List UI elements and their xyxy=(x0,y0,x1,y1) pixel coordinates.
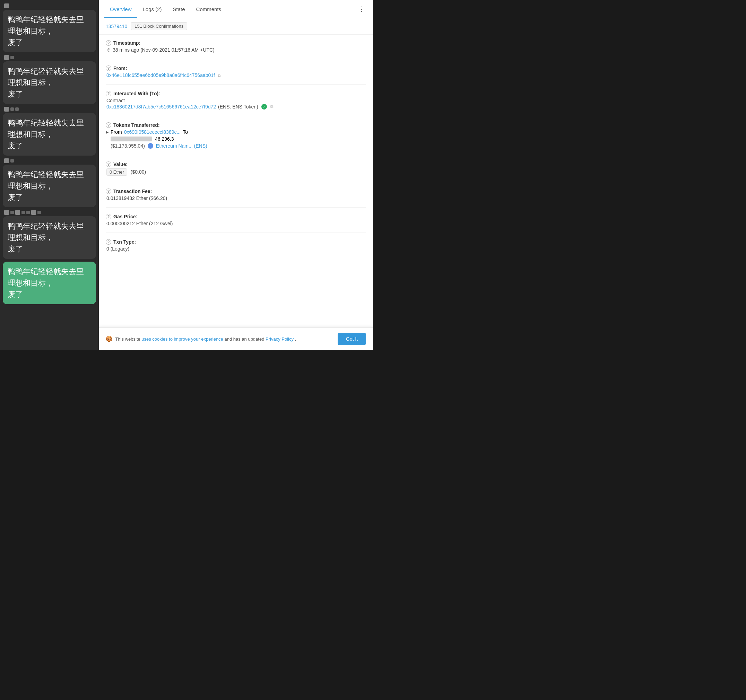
timestamp-help-icon[interactable]: ? xyxy=(106,40,111,46)
tab-bar: Overview Logs (2) State Comments ⋮ xyxy=(99,0,373,18)
contract-row: 0xc18360217d8f7ab5e7c516566761ea12ce7f9d… xyxy=(107,104,366,110)
field-gas-price: ? Gas Price: 0.000000212 Ether (212 Gwei… xyxy=(106,214,366,226)
block-bar: 13579410 151 Block Confirmations xyxy=(99,18,373,35)
meta-dot-4 xyxy=(11,159,14,162)
interacted-with-label: ? Interacted With (To): xyxy=(106,91,366,96)
tab-comments[interactable]: Comments xyxy=(191,0,227,18)
timestamp-label: ? Timestamp: xyxy=(106,40,366,46)
meta-dot-2 xyxy=(11,56,14,59)
tab-overview[interactable]: Overview xyxy=(104,0,137,18)
transaction-detail-panel: Overview Logs (2) State Comments ⋮ 13579… xyxy=(99,0,373,350)
avatar-5a xyxy=(4,210,9,215)
token-name-link[interactable]: Ethereum Nam... (ENS) xyxy=(156,143,207,149)
meta-dot-5d xyxy=(38,211,41,214)
chat-meta-1 xyxy=(3,3,96,8)
avatar-1 xyxy=(4,3,9,8)
token-amount: 46,296.3 xyxy=(155,136,174,142)
divider-4 xyxy=(106,155,366,155)
chat-message-2: 鸭鸭年纪轻轻就失去里理想和目标， 废了 xyxy=(3,55,96,104)
got-it-button[interactable]: Got It xyxy=(338,333,366,345)
clock-icon: ⏱ xyxy=(107,48,111,53)
cookie-banner: 🍪 This website uses cookies to improve y… xyxy=(99,327,373,350)
chat-meta-4 xyxy=(3,158,96,163)
field-value: ? Value: 0 Ether ($0.00) xyxy=(106,161,366,176)
token-usd-row: ($1,173,955.04) Ethereum Nam... (ENS) xyxy=(106,143,366,149)
meta-dot-5a xyxy=(11,211,14,214)
txn-fee-help-icon[interactable]: ? xyxy=(106,189,111,194)
tab-state[interactable]: State xyxy=(167,0,191,18)
tokens-row: ▶ From 0x690f0581ececcf8389c... To 46,29… xyxy=(106,129,366,149)
chat-message-3: 鸭鸭年纪轻轻就失去里理想和目标， 废了 xyxy=(3,107,96,156)
divider-5 xyxy=(106,182,366,182)
from-help-icon[interactable]: ? xyxy=(106,66,111,71)
txn-fee-value: 0.013819432 Ether ($66.20) xyxy=(106,195,366,201)
tokens-help-icon[interactable]: ? xyxy=(106,122,111,128)
divider-7 xyxy=(106,233,366,233)
chat-message-4: 鸭鸭年纪轻轻就失去里理想和目标， 废了 xyxy=(3,158,96,207)
interacted-with-value: Contract 0xc18360217d8f7ab5e7c516566761e… xyxy=(106,98,366,110)
chat-meta-2 xyxy=(3,55,96,60)
block-confirmations: 151 Block Confirmations xyxy=(131,22,187,30)
field-from: ? From: 0x46e118fc655ae6bd05e9b8a8a6f4c6… xyxy=(106,66,366,78)
bubble-3: 鸭鸭年纪轻轻就失去里理想和目标， 废了 xyxy=(3,113,96,156)
avatar-4 xyxy=(4,158,9,163)
divider-1 xyxy=(106,59,366,59)
value-usd: ($0.00) xyxy=(131,169,146,175)
value-value: 0 Ether ($0.00) xyxy=(106,168,366,176)
triangle-icon: ▶ xyxy=(106,130,108,134)
interacted-help-icon[interactable]: ? xyxy=(106,91,111,96)
verified-badge: ✓ xyxy=(262,104,267,110)
field-txn-type: ? Txn Type: 0 (Legacy) xyxy=(106,239,366,252)
token-amount-row: 46,296.3 xyxy=(106,136,366,142)
field-timestamp: ? Timestamp: ⏱ 38 mins ago (Nov-09-2021 … xyxy=(106,40,366,53)
cookie-link-1[interactable]: uses cookies to improve your experience xyxy=(141,336,223,342)
bubble-6: 鸭鸭年纪轻轻就失去里理想和目标， 废了 xyxy=(3,261,96,304)
more-options-button[interactable]: ⋮ xyxy=(356,2,367,16)
gas-price-label: ? Gas Price: xyxy=(106,214,366,219)
meta-dot-5b xyxy=(21,211,25,214)
bubble-2: 鸭鸭年纪轻轻就失去里理想和目标， 废了 xyxy=(3,62,96,104)
divider-6 xyxy=(106,207,366,207)
field-tokens-transferred: ? Tokens Transferred: ▶ From 0x690f0581e… xyxy=(106,122,366,149)
contract-address-link[interactable]: 0xc18360217d8f7ab5e7c516566761ea12ce7f9d… xyxy=(107,104,216,110)
chat-panel: 鸭鸭年纪轻轻就失去里理想和目标， 废了 鸭鸭年纪轻轻就失去里理想和目标， 废了 … xyxy=(0,0,99,350)
field-interacted-with: ? Interacted With (To): Contract 0xc1836… xyxy=(106,91,366,110)
txn-type-label: ? Txn Type: xyxy=(106,239,366,245)
contract-label: Contract xyxy=(107,98,366,103)
to-address-blurred xyxy=(111,137,152,141)
bubble-5: 鸭鸭年纪轻轻就失去里理想和目标， 废了 xyxy=(3,216,96,259)
block-number[interactable]: 13579410 xyxy=(106,24,127,29)
tokens-from-address[interactable]: 0x690f0581ececcf8389c... xyxy=(124,129,180,135)
tokens-to-label: To xyxy=(183,129,188,135)
avatar-5c xyxy=(31,210,36,215)
gas-price-value: 0.000000212 Ether (212 Gwei) xyxy=(106,221,366,226)
bubble-1: 鸭鸭年纪轻轻就失去里理想和目标， 废了 xyxy=(3,10,96,52)
cookie-text: 🍪 This website uses cookies to improve y… xyxy=(106,335,332,343)
meta-dot-3a xyxy=(11,107,14,111)
chat-message-5: 鸭鸭年纪轻轻就失去里理想和目标， 废了 xyxy=(3,210,96,259)
transaction-content: ? Timestamp: ⏱ 38 mins ago (Nov-09-2021 … xyxy=(99,35,373,327)
from-value: 0x46e118fc655ae6bd05e9b8a8a6f4c64756aab0… xyxy=(106,72,366,78)
chat-meta-5 xyxy=(3,210,96,215)
value-label: ? Value: xyxy=(106,161,366,167)
from-copy-icon[interactable]: ⧉ xyxy=(218,73,223,78)
chat-message-1: 鸭鸭年纪轻轻就失去里理想和目标， 废了 xyxy=(3,3,96,52)
token-usd: ($1,173,955.04) xyxy=(111,143,145,149)
meta-dot-3b xyxy=(15,107,19,111)
from-label: ? From: xyxy=(106,66,366,71)
contract-copy-icon[interactable]: ⧉ xyxy=(271,104,275,109)
gas-price-help-icon[interactable]: ? xyxy=(106,214,111,219)
tab-logs[interactable]: Logs (2) xyxy=(137,0,167,18)
txn-type-value: 0 (Legacy) xyxy=(106,246,366,252)
field-transaction-fee: ? Transaction Fee: 0.013819432 Ether ($6… xyxy=(106,189,366,201)
timestamp-value: ⏱ 38 mins ago (Nov-09-2021 01:57:16 AM +… xyxy=(106,47,366,53)
avatar-3 xyxy=(4,107,9,111)
cookie-link-2[interactable]: Privacy Policy xyxy=(266,336,293,342)
value-help-icon[interactable]: ? xyxy=(106,161,111,167)
avatar-2 xyxy=(4,55,9,60)
txn-type-help-icon[interactable]: ? xyxy=(106,239,111,245)
txn-fee-label: ? Transaction Fee: xyxy=(106,189,366,194)
tokens-from-label: From xyxy=(111,129,122,135)
from-address-link[interactable]: 0x46e118fc655ae6bd05e9b8a8a6f4c64756aab0… xyxy=(107,72,215,78)
cookie-icon: 🍪 xyxy=(106,336,113,342)
